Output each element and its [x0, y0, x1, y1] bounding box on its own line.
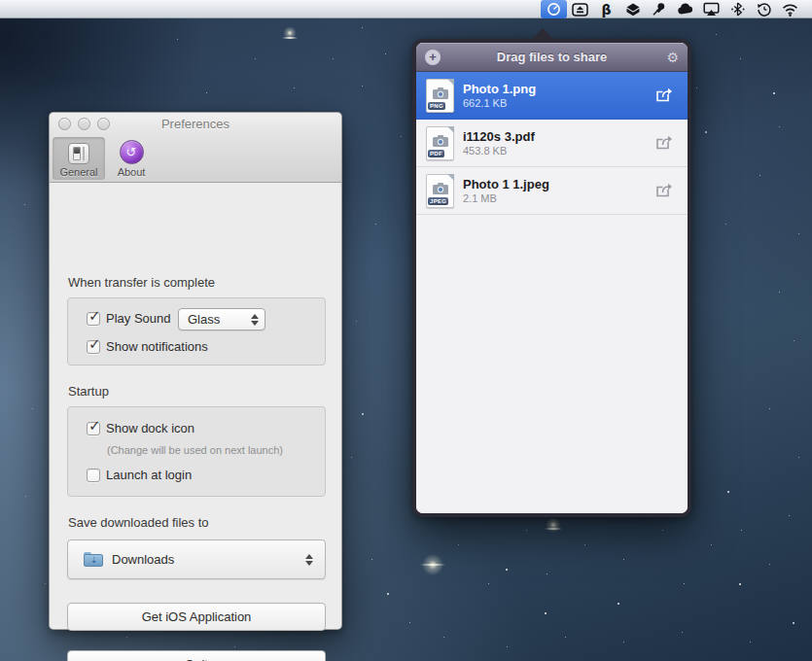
png-file-icon: PNG: [426, 79, 454, 113]
show-dock-icon-label: Show dock icon: [106, 421, 194, 435]
close-button[interactable]: [58, 118, 71, 130]
bright-star: [420, 552, 445, 577]
dropbox-icon[interactable]: [619, 0, 646, 18]
about-icon: ↺: [120, 140, 144, 164]
tab-general[interactable]: General: [53, 137, 105, 180]
preferences-toolbar: General ↺ About: [50, 135, 341, 183]
dock-icon-hint: (Change will be used on next launch): [107, 444, 283, 456]
file-meta: Photo 1.png 662.1 KB: [463, 82, 654, 110]
tab-general-label: General: [59, 166, 97, 178]
launch-at-login-label: Launch at login: [106, 468, 192, 482]
sound-select[interactable]: Glass: [178, 308, 265, 330]
pin-icon[interactable]: [646, 0, 672, 18]
file-name: Photo 1.png: [463, 82, 654, 97]
play-sound-row: ✓ Play Sound: [87, 311, 171, 326]
preferences-content: When transfer is complete ✓ Play Sound G…: [50, 183, 341, 630]
transfer-group-box: ✓ Play Sound Glass ✓ Show notifications: [67, 297, 326, 365]
jpeg-file-icon: JPEG: [426, 174, 454, 208]
gear-icon[interactable]: ⚙: [666, 49, 679, 66]
file-row-photo-1-1-jpeg[interactable]: JPEG Photo 1 1.jpeg 2.1 MB: [416, 167, 688, 215]
play-sound-label: Play Sound: [106, 311, 171, 326]
sound-select-value: Glass: [188, 312, 251, 327]
zoom-button[interactable]: [97, 118, 110, 130]
tab-about-label: About: [118, 166, 146, 178]
general-switch-icon: [68, 143, 89, 164]
popover-caret: [531, 28, 554, 40]
show-notifications-row: ✓ Show notifications: [87, 339, 208, 354]
preferences-window: Preferences General ↺ About When transfe…: [49, 112, 342, 630]
file-meta: i1120s 3.pdf 453.8 KB: [463, 129, 654, 157]
file-name: Photo 1 1.jpeg: [463, 177, 654, 192]
file-type-badge: JPEG: [428, 197, 448, 205]
menu-bar: β: [0, 0, 812, 18]
airplay-icon[interactable]: [698, 0, 724, 18]
add-file-button[interactable]: +: [425, 50, 441, 65]
downloads-folder-icon: ⇣: [84, 552, 103, 567]
file-type-badge: PDF: [428, 150, 444, 157]
show-dock-icon-row: ✓ Show dock icon: [87, 421, 194, 435]
title-bar[interactable]: Preferences: [50, 113, 341, 135]
file-list: PNG Photo 1.png 662.1 KB PDF: [416, 72, 688, 513]
file-size: 2.1 MB: [463, 192, 654, 205]
show-dock-icon-checkbox[interactable]: ✓: [87, 422, 100, 435]
file-row-i1120s-3-pdf[interactable]: PDF i1120s 3.pdf 453.8 KB: [416, 120, 688, 167]
window-title: Preferences: [161, 117, 229, 131]
play-sound-checkbox[interactable]: ✓: [87, 312, 100, 326]
beta-b-icon[interactable]: β: [593, 0, 619, 18]
popover-title: Drag files to share: [497, 50, 607, 64]
stepper-arrows-icon: [251, 314, 259, 326]
launch-at-login-row: Launch at login: [87, 468, 192, 482]
bright-star: [545, 516, 562, 534]
share-icon[interactable]: [654, 87, 676, 104]
transfer-section-header: When transfer is complete: [68, 275, 215, 290]
file-meta: Photo 1 1.jpeg 2.1 MB: [463, 177, 654, 205]
save-section-header: Save downloaded files to: [68, 515, 209, 530]
quit-button[interactable]: Quit: [67, 650, 326, 661]
stepper-arrows-icon: [305, 554, 313, 566]
time-machine-icon[interactable]: [751, 0, 777, 18]
download-location-select[interactable]: ⇣ Downloads: [67, 539, 326, 579]
file-type-badge: PNG: [428, 102, 445, 110]
app-transfer-icon[interactable]: [541, 0, 567, 18]
wifi-icon[interactable]: [777, 0, 803, 18]
minimize-button[interactable]: [78, 118, 90, 130]
eject-icon[interactable]: [567, 0, 593, 18]
window-controls: [58, 118, 110, 130]
launch-at-login-checkbox[interactable]: [87, 469, 100, 482]
tab-about[interactable]: ↺ About: [105, 137, 158, 180]
show-notifications-label: Show notifications: [106, 339, 208, 354]
file-size: 453.8 KB: [463, 145, 654, 157]
status-icon-tray: β: [541, 0, 803, 18]
startup-group-box: ✓ Show dock icon (Change will be used on…: [67, 406, 326, 497]
share-icon[interactable]: [654, 134, 676, 152]
startup-section-header: Startup: [68, 384, 109, 399]
share-icon[interactable]: [654, 182, 676, 199]
share-popover: + Drag files to share ⚙ PNG Photo 1.png …: [412, 39, 691, 517]
bright-star: [282, 25, 298, 41]
show-notifications-checkbox[interactable]: ✓: [87, 340, 100, 354]
get-ios-application-button[interactable]: Get iOS Application: [67, 603, 326, 631]
pdf-file-icon: PDF: [426, 126, 454, 160]
file-size: 662.1 KB: [463, 97, 654, 110]
desktop-wallpaper: β: [0, 0, 812, 661]
bluetooth-icon[interactable]: [724, 0, 751, 18]
file-row-photo-1-png[interactable]: PNG Photo 1.png 662.1 KB: [416, 72, 688, 120]
popover-header: + Drag files to share ⚙: [416, 43, 688, 72]
file-name: i1120s 3.pdf: [463, 129, 654, 145]
download-location-value: Downloads: [112, 552, 305, 567]
cloud-icon[interactable]: [672, 0, 698, 18]
